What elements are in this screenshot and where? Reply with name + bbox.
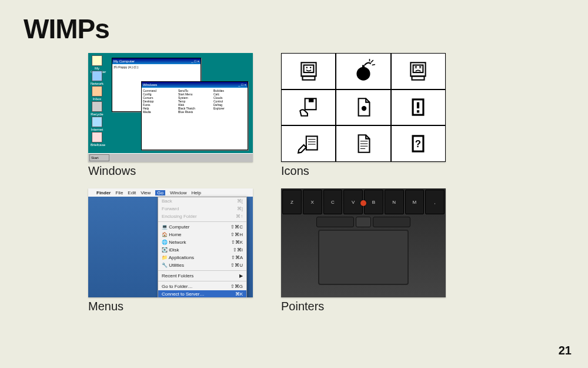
- svg-rect-6: [362, 65, 365, 68]
- write-hand-icon: [281, 125, 336, 162]
- svg-point-2: [306, 67, 308, 68]
- grid-cell-pointers: Z X C V B N M , Pointers: [281, 188, 446, 313]
- menu-item: Enclosing Folder⌘↑: [158, 213, 246, 220]
- svg-rect-19: [417, 111, 419, 113]
- menubar-item: Help: [191, 190, 201, 195]
- menubar-item: Edit: [128, 190, 136, 195]
- menu-item: 🔧 Utilities⇧⌘U: [158, 261, 246, 269]
- menubar-item: File: [115, 190, 123, 195]
- key: X: [303, 190, 322, 214]
- svg-point-15: [362, 106, 366, 111]
- menubar-item: Window: [170, 190, 186, 195]
- caption-menus: Menus: [88, 300, 253, 313]
- exclaim-doc-icon: [391, 89, 446, 126]
- menu-item: 🏠 Home⇧⌘H: [158, 231, 246, 238]
- disk-hand-icon: [281, 89, 336, 126]
- thumbnail-menus: Finder File Edit View Go Window Help Bac…: [88, 188, 253, 297]
- svg-text:?: ?: [415, 138, 421, 150]
- menu-item: Go to Folder…⇧⌘G: [158, 283, 246, 290]
- caption-windows: Windows: [88, 164, 253, 178]
- middle-button: [356, 217, 371, 227]
- desktop-icon: Recycle: [91, 101, 103, 116]
- slide: { "title": "WIMPs", "page_number": "21",…: [0, 0, 588, 368]
- desktop-icon: Inbox: [91, 86, 103, 101]
- menu-item: Recent Folders▶: [158, 272, 246, 280]
- menu-item: Back⌘[: [158, 197, 246, 205]
- menubar-item-go: Go: [155, 190, 165, 195]
- svg-line-7: [371, 60, 373, 62]
- explorer-window: Windows_ □ × CommandConfigCursorsDesktop…: [141, 81, 248, 150]
- key: N: [385, 190, 404, 214]
- thumbnail-windows: My Computer Network Inbox Recycle Intern…: [88, 53, 253, 162]
- thumbnail-pointers: Z X C V B N M ,: [281, 188, 446, 297]
- svg-rect-4: [302, 76, 315, 79]
- menu-item: 🌐 Network⇧⌘K: [158, 238, 246, 246]
- trackpad-buttons: [316, 217, 410, 227]
- svg-rect-20: [306, 137, 317, 150]
- page-number: 21: [559, 344, 572, 357]
- desktop-icon: Network: [91, 71, 103, 85]
- svg-rect-18: [417, 102, 419, 109]
- grid-cell-icons: ? Icons: [281, 53, 446, 178]
- question-doc-icon: ?: [391, 125, 446, 162]
- desktop-icon: Internet: [91, 117, 103, 131]
- bomb-icon: [336, 53, 390, 89]
- happy-mac-icon: [281, 53, 336, 89]
- key: M: [405, 190, 425, 214]
- menubar-item: View: [141, 190, 151, 195]
- svg-point-3: [310, 67, 312, 68]
- right-button: [373, 217, 410, 227]
- left-button: [316, 217, 354, 227]
- taskbar: Start: [88, 153, 253, 162]
- caption-icons: Icons: [281, 164, 446, 178]
- slide-title: WIMPs: [24, 13, 109, 45]
- thumbnail-icons: ?: [281, 53, 446, 162]
- menu-item: 💽 iDisk⇧⌘I: [158, 246, 246, 254]
- key: Z: [282, 190, 302, 214]
- key: V: [343, 190, 363, 214]
- grid-cell-windows: My Computer Network Inbox Recycle Intern…: [88, 53, 253, 178]
- trackpad-surface: [318, 230, 409, 285]
- menu-item: Forward⌘]: [158, 205, 246, 213]
- page-icon: [336, 89, 390, 126]
- wimp-grid: My Computer Network Inbox Recycle Intern…: [88, 53, 500, 313]
- svg-line-8: [372, 64, 375, 65]
- go-menu-dropdown: Back⌘[ Forward⌘] Enclosing Folder⌘↑ 💻 Co…: [158, 197, 247, 297]
- text-doc-icon: [336, 125, 390, 162]
- key: ,: [425, 190, 445, 214]
- svg-rect-12: [412, 76, 425, 79]
- menu-item: 📁 Applications⇧⌘A: [158, 254, 246, 261]
- grid-cell-menus: Finder File Edit View Go Window Help Bac…: [88, 188, 253, 313]
- key: C: [323, 190, 343, 214]
- mac-menubar: Finder File Edit View Go Window Help: [88, 188, 253, 197]
- desktop-icon: Briefcase: [91, 132, 103, 147]
- key: B: [364, 190, 383, 214]
- svg-rect-11: [413, 65, 423, 72]
- menu-item: 💻 Computer⇧⌘C: [158, 223, 246, 231]
- sad-mac-icon: [391, 53, 446, 89]
- svg-point-5: [356, 67, 370, 80]
- menubar-item: Finder: [96, 190, 111, 195]
- svg-rect-14: [309, 99, 313, 102]
- menu-item-selected: Connect to Server…⌘K: [158, 290, 246, 297]
- trackpoint-nub: [360, 200, 366, 206]
- start-button: Start: [89, 154, 109, 161]
- caption-pointers: Pointers: [281, 300, 446, 313]
